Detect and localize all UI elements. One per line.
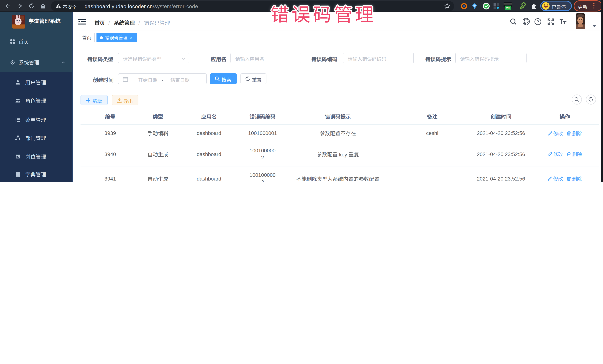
svg-text:?: ? bbox=[537, 20, 539, 24]
